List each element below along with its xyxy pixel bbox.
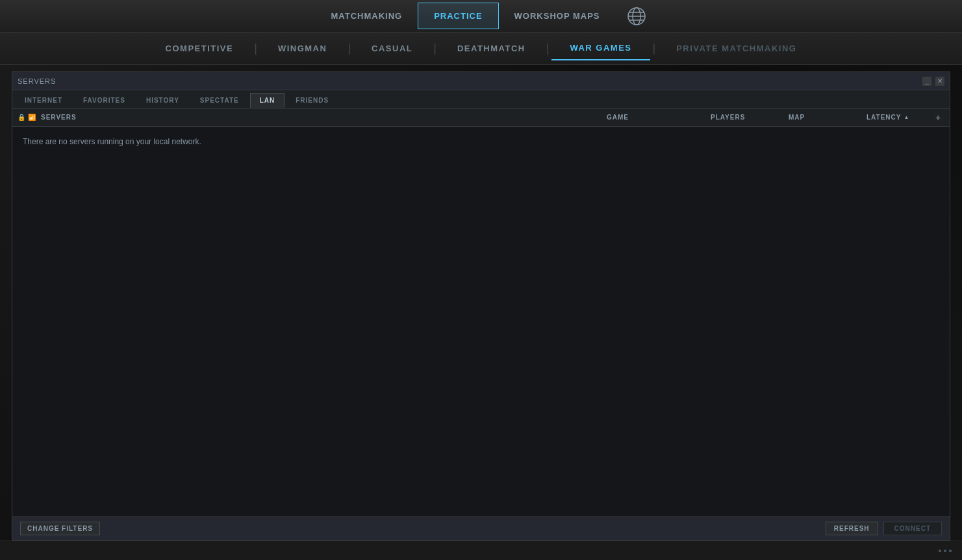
column-header-servers[interactable]: SERVERS (41, 114, 607, 121)
steam-icon-dot-2 (944, 550, 946, 552)
connect-button[interactable]: CONNECT (883, 522, 942, 535)
sort-arrow-icon: ▲ (904, 114, 909, 120)
steam-icon-bar (939, 550, 952, 552)
column-header-map[interactable]: MAP (789, 114, 867, 121)
tab-history[interactable]: HISTORY (136, 93, 189, 108)
globe-icon[interactable] (626, 6, 647, 27)
separator-4: | (546, 42, 550, 55)
modal-close-button[interactable]: ✕ (935, 77, 944, 86)
steam-icon-dot-3 (949, 550, 952, 552)
steam-icon-dot-1 (939, 550, 941, 552)
bottom-right-buttons: REFRESH CONNECT (826, 522, 942, 535)
top-nav: MATCHMAKING PRACTICE WORKSHOP MAPS (0, 0, 962, 32)
no-servers-message: There are no servers running on your loc… (12, 127, 950, 157)
signal-icon: 📶 (28, 114, 36, 121)
tab-internet[interactable]: INTERNET (15, 93, 72, 108)
column-header-players[interactable]: PLAYERS (711, 114, 789, 121)
lock-icon: 🔒 (18, 114, 25, 121)
mode-wingman[interactable]: WINGMAN (260, 37, 346, 60)
nav-item-workshop-maps[interactable]: WORKSHOP MAPS (499, 3, 616, 29)
separator-5: | (653, 42, 656, 55)
table-header: 🔒 📶 SERVERS GAME PLAYERS MAP LATENCY ▲ + (12, 108, 950, 127)
nav-item-practice[interactable]: PRACTICE (418, 3, 498, 29)
modal-minimize-button[interactable]: _ (922, 77, 931, 86)
separator-3: | (433, 42, 437, 55)
tab-lan[interactable]: LAN (250, 93, 285, 108)
separator-2: | (348, 42, 351, 55)
mode-casual[interactable]: CASUAL (353, 37, 431, 60)
steam-bottom-bar (0, 541, 962, 560)
mode-private-matchmaking[interactable]: PRIVATE MATCHMAKING (658, 37, 815, 60)
change-filters-button[interactable]: CHANGE FILTERS (20, 522, 100, 535)
column-header-game[interactable]: GAME (607, 114, 711, 121)
lock-icons: 🔒 📶 (18, 114, 36, 121)
mode-deathmatch[interactable]: DEATHMATCH (439, 37, 544, 60)
bottom-bar: CHANGE FILTERS REFRESH CONNECT (12, 516, 950, 540)
refresh-button[interactable]: REFRESH (826, 522, 878, 535)
modal-title: Servers (18, 77, 56, 85)
modal-controls: _ ✕ (922, 77, 944, 86)
mode-nav: COMPETITIVE | WINGMAN | CASUAL | DEATHMA… (0, 32, 962, 65)
server-browser-modal: Servers _ ✕ INTERNET FAVORITES HISTORY S… (12, 71, 950, 541)
add-server-button[interactable]: + (931, 112, 944, 123)
column-header-latency[interactable]: LATENCY ▲ (867, 114, 931, 121)
modal-titlebar: Servers _ ✕ (12, 72, 950, 90)
mode-competitive[interactable]: COMPETITIVE (147, 37, 252, 60)
tab-favorites[interactable]: FAVORITES (73, 93, 135, 108)
mode-war-games[interactable]: WAR GAMES (551, 36, 650, 60)
tab-spectate[interactable]: SPECTATE (190, 93, 249, 108)
separator-1: | (254, 42, 257, 55)
server-list: There are no servers running on your loc… (12, 127, 950, 516)
tabs-bar: INTERNET FAVORITES HISTORY SPECTATE LAN … (12, 90, 950, 108)
tab-friends[interactable]: FRIENDS (286, 93, 338, 108)
nav-item-matchmaking[interactable]: MATCHMAKING (315, 3, 418, 29)
